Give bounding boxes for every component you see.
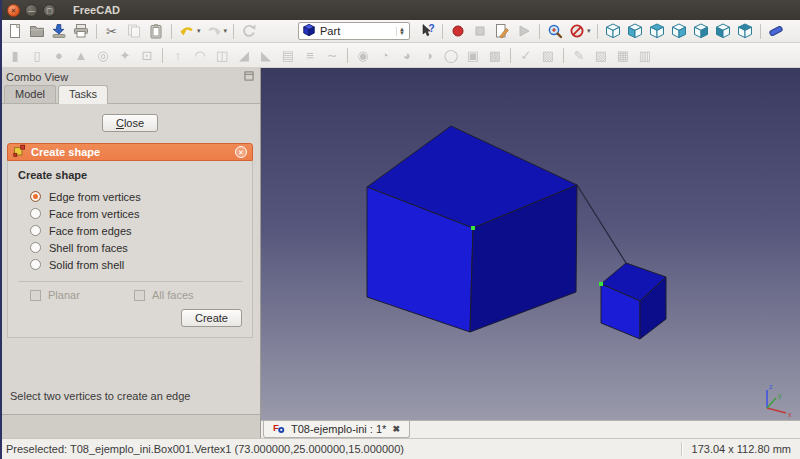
tab-tasks[interactable]: Tasks — [58, 85, 108, 104]
combo-view-panel: Combo View Model Tasks Close Create shap… — [0, 68, 261, 438]
whats-this-icon[interactable]: ? — [417, 21, 437, 41]
status-bar: Preselected: T08_ejemplo_ini.Box001.Vert… — [0, 438, 800, 459]
part-edit-attachment-icon[interactable]: ✎ — [569, 45, 589, 65]
radio-face-from-vertices[interactable]: Face from vertices — [30, 205, 242, 222]
toolbar-separator — [539, 24, 540, 39]
part-cut-icon[interactable]: ◔ — [375, 45, 395, 65]
cut-icon[interactable]: ✂ — [102, 21, 122, 41]
view-front-icon[interactable] — [625, 21, 645, 41]
part-extrude-icon[interactable]: ↑ — [168, 45, 188, 65]
shape-checkboxes: PlanarAll faces — [30, 289, 242, 301]
part-union-icon[interactable]: ◕ — [397, 45, 417, 65]
radio-solid-from-shell[interactable]: Solid from shell — [30, 256, 242, 273]
save-icon[interactable] — [49, 21, 69, 41]
view-rear-icon[interactable] — [691, 21, 711, 41]
paste-icon[interactable] — [146, 21, 166, 41]
macro-play-icon[interactable] — [514, 21, 534, 41]
selected-vertex-marker-large-cube[interactable] — [471, 226, 475, 230]
toolbar-separator — [162, 48, 163, 63]
window-maximize-button[interactable]: ▢ — [43, 4, 56, 17]
part-section-icon[interactable]: ◯ — [441, 45, 461, 65]
measure-icon[interactable] — [766, 21, 786, 41]
radio-indicator[interactable] — [30, 191, 41, 202]
radio-edge-from-vertices[interactable]: Edge from vertices — [30, 188, 242, 205]
print-icon[interactable] — [71, 21, 91, 41]
fit-all-icon[interactable] — [545, 21, 565, 41]
window-close-button[interactable]: ✕ — [7, 4, 20, 17]
radio-face-from-edges[interactable]: Face from edges — [30, 222, 242, 239]
part-toolbar: ▮▯●▲◎✦⊡↑◠◫◢◣▤≡∼◉◔◕◑◯▣▩✓▨✎▧▦▥ — [0, 43, 800, 68]
axis-x-label: x — [788, 411, 792, 418]
part-shape-builder-icon[interactable]: ⊡ — [137, 45, 157, 65]
tab-model[interactable]: Model — [4, 85, 56, 103]
part-ruled-surface-icon[interactable]: ▤ — [278, 45, 298, 65]
part-cone-icon[interactable]: ▲ — [71, 45, 91, 65]
status-message: Preselected: T08_ejemplo_ini.Box001.Vert… — [6, 443, 671, 455]
workbench-selector[interactable]: Part ▲▼ — [298, 22, 410, 40]
view-top-icon[interactable] — [647, 21, 667, 41]
document-tabbar: F T08-ejemplo-ini : 1* ✖ — [261, 420, 800, 438]
part-primitives-icon[interactable]: ✦ — [115, 45, 135, 65]
part-mirror-icon[interactable]: ◫ — [212, 45, 232, 65]
new-file-icon[interactable] — [5, 21, 25, 41]
toolbar-separator — [171, 24, 172, 39]
window-minimize-button[interactable]: — — [25, 4, 38, 17]
open-file-icon[interactable] — [27, 21, 47, 41]
part-defeaturing-icon[interactable]: ▨ — [538, 45, 558, 65]
document-tab[interactable]: F T08-ejemplo-ini : 1* ✖ — [263, 421, 410, 438]
undo-dropdown-arrow[interactable]: ▾ — [197, 27, 201, 35]
part-compsolid-icon[interactable]: ▩ — [485, 45, 505, 65]
document-tab-close-icon[interactable]: ✖ — [392, 424, 400, 434]
part-check-geometry-icon[interactable]: ✓ — [516, 45, 536, 65]
part-common-icon[interactable]: ◑ — [419, 45, 439, 65]
part-box-icon[interactable]: ▮ — [5, 45, 25, 65]
part-chamfer-icon[interactable]: ◣ — [256, 45, 276, 65]
created-edge-line[interactable] — [577, 185, 626, 263]
radio-shell-from-faces[interactable]: Shell from faces — [30, 239, 242, 256]
view-bottom-icon[interactable] — [713, 21, 733, 41]
refresh-icon[interactable] — [239, 21, 259, 41]
part-torus-icon[interactable]: ◎ — [93, 45, 113, 65]
macro-edit-icon[interactable] — [492, 21, 512, 41]
radio-indicator[interactable] — [30, 242, 41, 253]
view-axonometric-icon[interactable] — [603, 21, 623, 41]
macro-record-icon[interactable] — [448, 21, 468, 41]
create-button[interactable]: Create — [181, 309, 242, 327]
part-cylinder-icon[interactable]: ▯ — [27, 45, 47, 65]
radio-indicator[interactable] — [30, 259, 41, 270]
view-left-icon[interactable] — [735, 21, 755, 41]
part-boolean-icon[interactable]: ◉ — [353, 45, 373, 65]
copy-icon[interactable] — [124, 21, 144, 41]
part-box-selection-icon[interactable]: ▧ — [591, 45, 611, 65]
redo-icon[interactable] — [204, 21, 224, 41]
toolbar-separator — [96, 24, 97, 39]
part-loft-icon[interactable]: ≡ — [300, 45, 320, 65]
workbench-selector-arrows[interactable]: ▲▼ — [396, 27, 407, 36]
draw-style-dropdown-arrow[interactable]: ▾ — [587, 27, 591, 35]
svg-text:✂: ✂ — [106, 24, 117, 39]
redo-dropdown-arrow[interactable]: ▾ — [224, 27, 228, 35]
radio-indicator[interactable] — [30, 225, 41, 236]
create-shape-taskbox: Create shape ✕ Create shape Edge from ve… — [7, 143, 253, 338]
panel-footer — [0, 415, 260, 438]
3d-viewport[interactable]: z y x — [261, 68, 800, 420]
macro-stop-icon[interactable] — [470, 21, 490, 41]
part-sweep-icon[interactable]: ∼ — [322, 45, 342, 65]
part-refine-shape-icon[interactable]: ▥ — [635, 45, 655, 65]
float-panel-icon[interactable] — [244, 71, 254, 83]
draw-style-icon[interactable] — [567, 21, 587, 41]
part-fillet-icon[interactable]: ◢ — [234, 45, 254, 65]
part-sphere-icon[interactable]: ● — [49, 45, 69, 65]
task-close-icon[interactable]: ✕ — [235, 146, 247, 158]
radio-indicator[interactable] — [30, 208, 41, 219]
close-task-button[interactable]: Close — [102, 114, 158, 132]
combo-view-title: Combo View — [6, 71, 68, 83]
selected-vertex-marker-small-cube[interactable] — [599, 282, 603, 286]
part-compound-icon[interactable]: ▣ — [463, 45, 483, 65]
part-revolve-icon[interactable]: ◠ — [190, 45, 210, 65]
checkbox-planar: Planar — [30, 289, 134, 301]
toolbar-separator — [597, 24, 598, 39]
undo-icon[interactable] — [177, 21, 197, 41]
view-right-icon[interactable] — [669, 21, 689, 41]
part-cross-section-icon[interactable]: ▦ — [613, 45, 633, 65]
